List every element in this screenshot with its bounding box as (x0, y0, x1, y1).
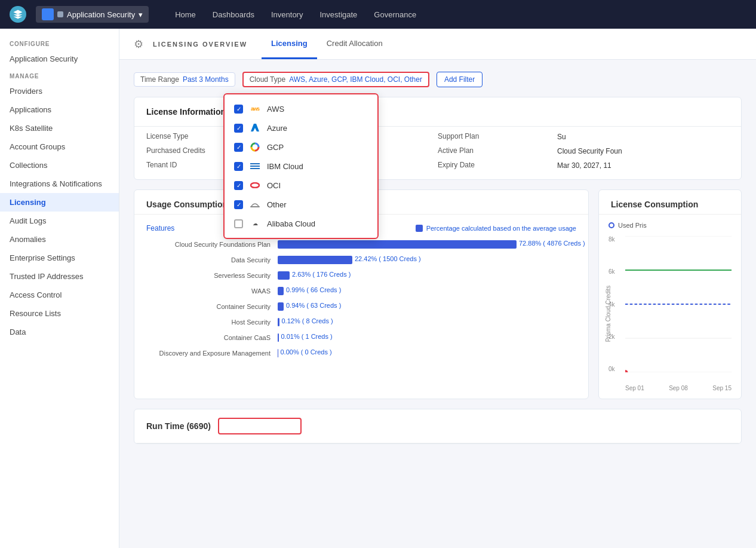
lc-svg-wrap (625, 236, 732, 372)
chevron-down-icon: ▾ (139, 10, 143, 19)
gcp-label: GCP (267, 143, 284, 152)
filter-bar: Time Range Past 3 Months Cloud Type AWS,… (134, 72, 742, 87)
time-range-value: Past 3 Months (183, 75, 229, 84)
aws-icon: aws (249, 104, 261, 114)
dropdown-item-ibm[interactable]: ✓ IBM Cloud (225, 157, 377, 176)
time-range-filter[interactable]: Time Range Past 3 Months (134, 72, 235, 87)
add-filter-button[interactable]: Add Filter (437, 72, 483, 87)
license-chart-card: License Consumption Used Pris 8k 6k (598, 189, 742, 399)
tab-licensing[interactable]: Licensing (262, 29, 317, 59)
ss-bar (278, 271, 290, 280)
hs-bar-wrap: 0.12% ( 8 Creds ) (278, 317, 576, 327)
ds-bar (278, 256, 352, 264)
svg-marker-0 (251, 124, 259, 131)
lc-svg (625, 236, 732, 372)
dem-bar (278, 349, 278, 357)
sidebar-item-applications[interactable]: Applications (0, 100, 119, 119)
sidebar-item-access-control[interactable]: Access Control (0, 286, 119, 304)
expiry-date-value: Mar 30, 2027, 11 (557, 161, 729, 170)
usage-row-ss: Serverless Security 2.63% ( 176 Creds ) (146, 271, 576, 280)
other-checkbox[interactable]: ✓ (234, 200, 243, 209)
dem-label: Discovery and Exposure Management (146, 350, 278, 357)
cloud-type-dropdown: ✓ aws AWS ✓ Azure ✓ (223, 93, 379, 239)
sidebar-item-account-groups[interactable]: Account Groups (0, 137, 119, 156)
support-plan-value: Su (557, 133, 729, 141)
dropdown-item-oci[interactable]: ✓ OCI (225, 176, 377, 195)
azure-checkbox[interactable]: ✓ (234, 124, 243, 133)
cloud-type-filter[interactable]: Cloud Type AWS, Azure, GCP, IBM Cloud, O… (242, 72, 429, 87)
usage-row-csfp: Cloud Security Foundations Plan 72.88% (… (146, 240, 576, 249)
run-time-card: Run Time (6690) (134, 409, 742, 444)
dem-text: 0.00% ( 0 Creds ) (281, 348, 332, 356)
svg-point-15 (625, 370, 628, 372)
sidebar-item-integrations[interactable]: Integrations & Notifications (0, 174, 119, 193)
sidebar-item-enterprise-settings[interactable]: Enterprise Settings (0, 249, 119, 267)
dropdown-item-aws[interactable]: ✓ aws AWS (225, 99, 377, 118)
y-label-8k: 8k (609, 236, 615, 243)
features-link[interactable]: Features (146, 224, 174, 232)
waas-bar (278, 287, 284, 295)
sidebar-item-audit-logs[interactable]: Audit Logs (0, 212, 119, 230)
dem-bar-wrap: 0.00% ( 0 Creds ) (278, 348, 576, 358)
run-time-title: Run Time (6690) (146, 421, 211, 431)
ss-bar-wrap: 2.63% ( 176 Creds ) (278, 271, 576, 280)
app-logo[interactable] (10, 6, 26, 23)
cloud-type-label: Cloud Type (250, 75, 286, 84)
app-selector[interactable]: Application Security ▾ (36, 6, 149, 23)
cs-label: Container Security (146, 303, 278, 310)
nav-governance[interactable]: Governance (367, 7, 423, 23)
alibaba-icon: ☁ (249, 219, 261, 228)
ibm-checkbox[interactable]: ✓ (234, 162, 243, 171)
dropdown-item-other[interactable]: ✓ Other (225, 195, 377, 214)
svg-rect-7 (250, 206, 260, 207)
csfp-bar (278, 240, 517, 249)
run-time-input[interactable] (218, 418, 302, 434)
dropdown-item-azure[interactable]: ✓ Azure (225, 118, 377, 137)
alibaba-checkbox[interactable] (234, 219, 243, 228)
ibm-label: IBM Cloud (267, 162, 303, 171)
sidebar-item-anomalies[interactable]: Anomalies (0, 230, 119, 249)
usage-row-caas: Container CaaS 0.01% ( 1 Creds ) (146, 333, 576, 342)
usage-row-dem: Discovery and Exposure Management 0.00% … (146, 348, 576, 358)
main-content: ⚙ LICENSING OVERVIEW Licensing Credit Al… (119, 29, 756, 548)
usage-row-cs: Container Security 0.94% ( 63 Creds ) (146, 302, 576, 311)
tab-credit-allocation[interactable]: Credit Allocation (317, 29, 392, 59)
sidebar-item-resource-lists[interactable]: Resource Lists (0, 304, 119, 323)
legend-label: Used Pris (618, 222, 647, 229)
nav-dashboards[interactable]: Dashboards (205, 7, 262, 23)
sidebar-item-trusted-ip[interactable]: Trusted IP Addresses (0, 267, 119, 286)
run-time-header: Run Time (6690) (134, 409, 741, 443)
y-label-6k: 6k (609, 268, 615, 275)
sidebar-item-providers[interactable]: Providers (0, 82, 119, 100)
oci-checkbox[interactable]: ✓ (234, 181, 243, 190)
lc-title: License Consumption (611, 200, 698, 209)
dropdown-item-gcp[interactable]: ✓ GCP (225, 137, 377, 157)
svg-rect-2 (250, 163, 260, 164)
lc-x-axis: Sep 01 Sep 08 Sep 15 (625, 385, 732, 391)
aws-checkbox[interactable]: ✓ (234, 105, 243, 114)
page-tabs: Licensing Credit Allocation (262, 29, 392, 59)
dropdown-item-alibaba[interactable]: ☁ Alibaba Cloud (225, 214, 377, 233)
sidebar-item-label: Application Security (10, 54, 78, 63)
nav-home[interactable]: Home (168, 7, 203, 23)
ds-bar-wrap: 22.42% ( 1500 Creds ) (278, 255, 576, 265)
sidebar-item-k8s[interactable]: K8s Satellite (0, 119, 119, 137)
nav-inventory[interactable]: Inventory (264, 7, 310, 23)
nav-investigate[interactable]: Investigate (312, 7, 364, 23)
waas-text: 0.99% ( 66 Creds ) (286, 286, 341, 293)
ds-label: Data Security (146, 256, 278, 264)
nav-links: Home Dashboards Inventory Investigate Go… (168, 7, 423, 23)
ds-text: 22.42% ( 1500 Creds ) (355, 255, 421, 262)
gcp-checkbox[interactable]: ✓ (234, 143, 243, 152)
csfp-text: 72.88% ( 4876 Creds ) (519, 240, 585, 247)
avg-note-text: Percentage calculated based on the avera… (426, 225, 576, 232)
y-label-0k: 0k (609, 366, 615, 372)
hs-bar (278, 318, 279, 326)
sidebar-item-application-security[interactable]: Application Security (0, 50, 119, 68)
sidebar-item-collections[interactable]: Collections (0, 156, 119, 174)
sidebar-item-licensing[interactable]: Licensing (0, 193, 119, 212)
sidebar-item-data[interactable]: Data (0, 323, 119, 341)
avg-dot-icon (416, 225, 423, 232)
avg-note: Percentage calculated based on the avera… (416, 225, 576, 232)
svg-rect-4 (250, 168, 260, 169)
